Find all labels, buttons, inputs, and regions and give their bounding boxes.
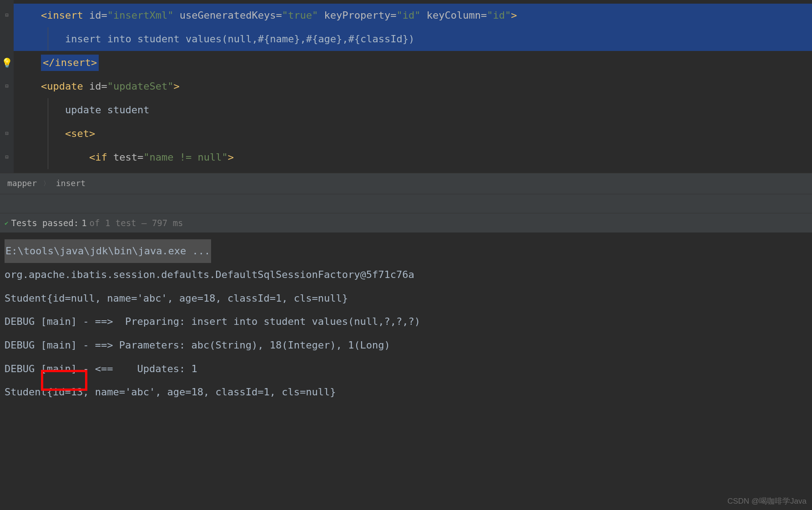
check-icon: ✔ [5,218,8,228]
fold-icon[interactable]: ⊟ [0,4,14,27]
xml-value: "insertXml" [107,7,174,23]
xml-attr: test= [107,149,143,165]
xml-tag: </insert> [41,55,99,71]
xml-attr: id= [83,7,107,23]
code-line[interactable]: <update id="updateSet"> [14,75,812,98]
test-label: Tests passed: [11,216,79,230]
xml-value: "name != null" [143,149,227,165]
xml-tag: <insert [41,7,83,23]
xml-tag: <if [89,149,107,165]
fold-icon[interactable]: ⊟ [0,122,14,146]
code-line[interactable]: <if test="name != null"> [14,146,812,169]
gutter-spacer [0,98,14,122]
xml-attr: keyColumn= [420,7,487,23]
console-line: DEBUG [main] - ==> Preparing: insert int… [5,310,807,333]
gutter-spacer [0,27,14,51]
panel-divider[interactable] [0,194,812,213]
console-line: org.apache.ibatis.session.defaults.Defau… [5,263,807,287]
console-line: Student{id=null, name='abc', age=18, cla… [5,287,807,310]
chevron-right-icon: 〉 [43,178,50,188]
intention-bulb-icon[interactable]: 💡 [0,51,14,75]
test-count: 1 [81,216,86,230]
code-line[interactable]: </insert> [14,51,812,75]
xml-attr: id= [83,78,107,94]
fold-icon[interactable]: ⊟ [0,146,14,169]
xml-attr: keyProperty= [318,7,396,23]
xml-tag: > [228,149,234,165]
xml-value: "updateSet" [107,78,174,94]
code-line[interactable]: insert into student values(null,#{name},… [14,27,812,51]
xml-value: "id" [397,7,421,23]
code-line[interactable]: <insert id="insertXml" useGeneratedKeys=… [14,4,812,27]
console-output[interactable]: E:\tools\java\jdk\bin\java.exe ... org.a… [0,232,812,418]
breadcrumb: mapper 〉 insert [0,173,812,194]
code-line[interactable]: <set> [14,122,812,146]
test-status-bar: ✔ Tests passed: 1 of 1 test – 797 ms [0,213,812,232]
code-content[interactable]: <insert id="insertXml" useGeneratedKeys=… [14,0,812,173]
xml-value: "true" [282,7,318,23]
console-line: DEBUG [main] - <== Updates: 1 [5,357,807,381]
gutter: ⊟ 💡 ⊟ ⊟ ⊟ [0,0,14,173]
test-suffix: of 1 test – 797 ms [90,216,183,230]
xml-tag: > [511,7,517,23]
console-line: E:\tools\java\jdk\bin\java.exe ... [5,239,807,263]
xml-tag: > [173,78,179,94]
fold-icon[interactable]: ⊟ [0,75,14,98]
code-line[interactable]: update student [14,98,812,122]
console-line: DEBUG [main] - ==> Parameters: abc(Strin… [5,333,807,357]
xml-tag: <update [41,78,83,94]
xml-attr: useGeneratedKeys= [173,7,282,23]
xml-tag: <set> [41,126,95,141]
breadcrumb-item[interactable]: insert [56,177,86,190]
sql-text: insert into student values(null,#{name},… [41,31,414,47]
xml-value: "id" [487,7,511,23]
sql-text: update student [41,102,149,118]
console-line: Student{id=13, name='abc', age=18, class… [5,380,807,404]
code-editor[interactable]: ⊟ 💡 ⊟ ⊟ ⊟ <insert id="insertXml" useGene… [0,0,812,173]
command-line: E:\tools\java\jdk\bin\java.exe ... [5,239,211,263]
breadcrumb-item[interactable]: mapper [7,177,37,190]
